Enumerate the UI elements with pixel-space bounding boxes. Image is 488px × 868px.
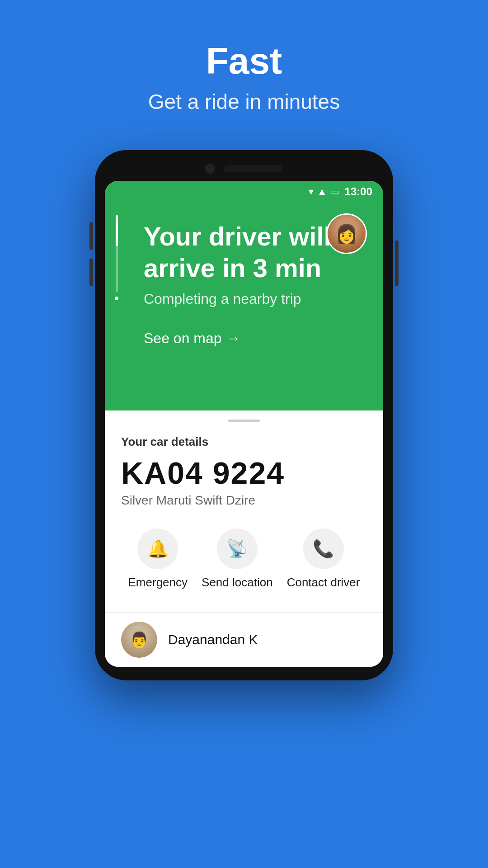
phone-volume-up xyxy=(89,222,93,250)
emergency-label: Emergency xyxy=(128,576,188,590)
status-icons: ▾ ▲ ▭ xyxy=(309,186,339,198)
driver-small-avatar-image: 👨 xyxy=(130,631,149,649)
car-plate: KA04 9224 xyxy=(121,455,367,491)
send-location-button[interactable]: 📡 Send location xyxy=(202,528,273,590)
driver-avatar-image: 👩 xyxy=(328,215,366,253)
phone-camera xyxy=(205,164,215,174)
battery-icon: ▭ xyxy=(331,186,339,197)
header-section: Fast Get a ride in minutes xyxy=(0,0,488,141)
green-card: 👩 Your driver will arrive in 3 min Compl… xyxy=(105,203,383,410)
send-location-label: Send location xyxy=(202,576,273,590)
send-location-icon: 📡 xyxy=(226,539,248,559)
drag-handle xyxy=(228,420,260,422)
emergency-icon-circle: 🔔 xyxy=(137,528,178,569)
arrow-right-icon: → xyxy=(226,330,241,347)
white-card: Your car details KA04 9224 Silver Maruti… xyxy=(105,410,383,612)
page-title: Fast xyxy=(0,41,488,81)
car-model: Silver Maruti Swift Dzire xyxy=(121,493,367,508)
driver-info-row: 👨 Dayanandan K xyxy=(105,613,383,667)
see-on-map-button[interactable]: See on map → xyxy=(144,330,367,347)
contact-driver-button[interactable]: 📞 Contact driver xyxy=(287,528,360,590)
phone-mockup: ▾ ▲ ▭ 13:00 👩 xyxy=(95,150,393,680)
send-location-icon-circle: 📡 xyxy=(217,528,258,569)
status-bar: ▾ ▲ ▭ 13:00 xyxy=(105,181,383,203)
progress-dot xyxy=(115,297,118,300)
arrival-subtitle: Completing a nearby trip xyxy=(144,291,367,307)
emergency-button[interactable]: 🔔 Emergency xyxy=(128,528,188,590)
phone-screen: ▾ ▲ ▭ 13:00 👩 xyxy=(105,181,383,667)
phone-top-bar xyxy=(105,164,383,174)
phone-volume-down xyxy=(89,259,93,286)
phone-power-button xyxy=(395,241,399,286)
car-details-label: Your car details xyxy=(121,435,367,449)
progress-line xyxy=(116,215,118,292)
status-time: 13:00 xyxy=(345,185,372,198)
contact-driver-icon-circle: 📞 xyxy=(303,528,344,569)
contact-driver-label: Contact driver xyxy=(287,576,360,590)
progress-indicator xyxy=(115,215,118,300)
emergency-icon: 🔔 xyxy=(147,539,169,559)
driver-name: Dayanandan K xyxy=(168,632,258,647)
signal-icon: ▲ xyxy=(317,186,327,198)
phone-speaker xyxy=(224,165,283,172)
phone-call-icon: 📞 xyxy=(313,539,334,559)
wifi-icon: ▾ xyxy=(309,186,314,198)
action-buttons: 🔔 Emergency 📡 Send location 📞 xyxy=(121,524,367,599)
driver-small-avatar: 👨 xyxy=(121,622,157,658)
page-subtitle: Get a ride in minutes xyxy=(0,90,488,114)
phone-wrapper: ▾ ▲ ▭ 13:00 👩 xyxy=(0,150,488,680)
driver-avatar: 👩 xyxy=(326,213,367,254)
